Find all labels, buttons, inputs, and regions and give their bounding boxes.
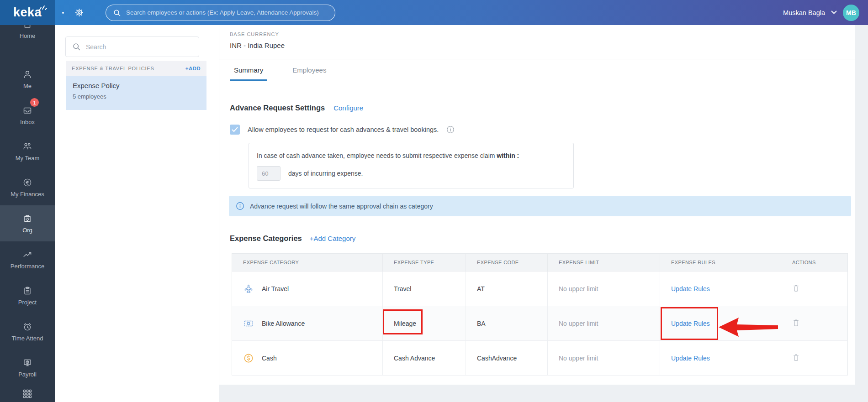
delete-category-button[interactable] bbox=[792, 353, 800, 361]
policy-search-input[interactable] bbox=[86, 43, 192, 51]
logo-spark-icon bbox=[38, 4, 48, 10]
sidebar-item-me[interactable]: Me bbox=[0, 61, 55, 97]
chevron-down-icon bbox=[831, 10, 837, 15]
base-currency-value: INR - India Rupee bbox=[230, 42, 285, 49]
section-title: Expense Categories bbox=[230, 234, 302, 243]
update-rules-link[interactable]: Update Rules bbox=[671, 355, 710, 362]
expense-limit: No upper limit bbox=[548, 341, 660, 376]
user-menu[interactable]: Muskan Bagla MB bbox=[783, 5, 868, 21]
delete-category-button[interactable] bbox=[792, 284, 800, 292]
table-header-row: EXPENSE CATEGORY EXPENSE TYPE EXPENSE CO… bbox=[232, 254, 848, 271]
sidebar-item-payroll[interactable]: Payroll bbox=[0, 350, 55, 386]
advance-checkbox-label: Allow employees to request for cash adva… bbox=[248, 126, 439, 133]
home-icon bbox=[22, 25, 32, 29]
global-search bbox=[106, 5, 335, 21]
col-actions: ACTIONS bbox=[781, 254, 848, 271]
settings-gear-icon[interactable] bbox=[74, 8, 84, 17]
sidebar-nav: Home Me 1 Inbox My Team My Finances bbox=[0, 25, 55, 402]
topbar: keka Muskan Bagla MB bbox=[0, 0, 868, 25]
delete-category-button[interactable] bbox=[792, 318, 800, 327]
table-row-bike-allowance: Bike Allowance Mileage BA No upper limit… bbox=[232, 306, 848, 341]
info-banner-text: Advance request will follow the same app… bbox=[250, 203, 433, 210]
policy-list-header: EXPENSE & TRAVEL POLICIES +ADD bbox=[66, 61, 206, 76]
days-suffix: days of incurring expense. bbox=[288, 170, 363, 177]
sidebar-label: Project bbox=[18, 299, 37, 306]
rupee-circle-icon bbox=[22, 178, 32, 188]
performance-icon bbox=[22, 250, 32, 260]
policy-panel: EXPENSE & TRAVEL POLICIES +ADD Expense P… bbox=[55, 25, 219, 402]
org-building-icon bbox=[22, 214, 32, 224]
expense-categories-table: EXPENSE CATEGORY EXPENSE TYPE EXPENSE CO… bbox=[232, 253, 848, 376]
sidebar-item-home[interactable]: Home bbox=[0, 25, 55, 61]
notification-dot bbox=[62, 12, 64, 14]
sidebar-item-time-attend[interactable]: Time Attend bbox=[0, 313, 55, 350]
expense-code: BA bbox=[466, 306, 548, 341]
days-input[interactable] bbox=[257, 166, 281, 181]
avatar[interactable]: MB bbox=[843, 5, 859, 21]
add-policy-button[interactable]: +ADD bbox=[185, 66, 201, 71]
check-icon bbox=[232, 127, 238, 132]
claim-settings-box: In case of cash advance taken, employee … bbox=[249, 143, 574, 188]
expense-type: Mileage bbox=[383, 306, 466, 341]
policy-subtitle: 5 employees bbox=[73, 93, 200, 100]
inbox-badge: 1 bbox=[30, 98, 39, 107]
claim-text-normal: In case of cash advance taken, employee … bbox=[257, 152, 495, 159]
sidebar-label: Time Attend bbox=[12, 335, 43, 342]
policy-title: Expense Policy bbox=[73, 82, 200, 89]
expense-type: Cash Advance bbox=[383, 341, 466, 376]
policy-list-title: EXPENSE & TRAVEL POLICIES bbox=[72, 66, 154, 71]
avatar-initials: MB bbox=[846, 9, 856, 16]
main-content: BASE CURRENCY INR - India Rupee Summary … bbox=[219, 25, 855, 385]
trash-icon bbox=[792, 284, 800, 292]
sidebar-label: Performance bbox=[11, 263, 44, 270]
divider bbox=[219, 81, 855, 81]
payroll-monitor-icon bbox=[22, 358, 32, 368]
configure-link[interactable]: Configure bbox=[333, 104, 363, 112]
advance-request-settings-header: Advance Request Settings Configure bbox=[230, 104, 363, 112]
project-clipboard-icon bbox=[22, 286, 32, 296]
sidebar-label: My Finances bbox=[11, 191, 44, 198]
info-icon[interactable] bbox=[446, 125, 455, 134]
base-currency-label: BASE CURRENCY bbox=[230, 31, 279, 37]
add-category-link[interactable]: +Add Category bbox=[310, 235, 355, 242]
advance-checkbox[interactable] bbox=[230, 125, 240, 135]
banknote-icon bbox=[243, 318, 254, 329]
expense-categories-header: Expense Categories +Add Category bbox=[230, 234, 355, 243]
advance-checkbox-row: Allow employees to request for cash adva… bbox=[230, 125, 455, 135]
policy-list-item-expense-policy[interactable]: Expense Policy 5 employees bbox=[66, 76, 206, 110]
col-expense-type: EXPENSE TYPE bbox=[383, 254, 466, 271]
sidebar-item-performance[interactable]: Performance bbox=[0, 241, 55, 277]
expense-code: AT bbox=[466, 271, 548, 306]
inbox-icon bbox=[22, 105, 32, 115]
update-rules-link[interactable]: Update Rules bbox=[671, 320, 710, 327]
category-name: Bike Allowance bbox=[262, 320, 305, 327]
section-title: Advance Request Settings bbox=[230, 104, 325, 112]
sidebar-item-my-finances[interactable]: My Finances bbox=[0, 169, 55, 205]
sidebar-item-project[interactable]: Project bbox=[0, 277, 55, 313]
keka-logo[interactable]: keka bbox=[0, 0, 55, 25]
trash-icon bbox=[792, 353, 800, 361]
sidebar-item-inbox[interactable]: 1 Inbox bbox=[0, 97, 55, 133]
update-rules-link[interactable]: Update Rules bbox=[671, 285, 710, 292]
user-icon bbox=[22, 69, 32, 79]
global-search-input[interactable] bbox=[126, 9, 328, 16]
dollar-circle-icon bbox=[243, 353, 254, 364]
tab-summary[interactable]: Summary bbox=[230, 59, 267, 81]
table-row-air-travel: Air Travel Travel AT No upper limit Upda… bbox=[232, 271, 848, 306]
plane-icon bbox=[243, 283, 254, 294]
info-icon bbox=[236, 202, 244, 210]
tab-employees[interactable]: Employees bbox=[288, 59, 330, 81]
apps-grid-icon[interactable] bbox=[0, 388, 55, 399]
category-name: Air Travel bbox=[262, 285, 289, 292]
sidebar-label: Inbox bbox=[20, 119, 35, 125]
col-expense-category: EXPENSE CATEGORY bbox=[232, 254, 383, 271]
info-banner: Advance request will follow the same app… bbox=[229, 196, 851, 216]
claim-text: In case of cash advance taken, employee … bbox=[257, 152, 566, 159]
search-icon bbox=[72, 42, 81, 51]
sidebar-label: Me bbox=[23, 83, 32, 89]
sidebar-item-my-team[interactable]: My Team bbox=[0, 133, 55, 169]
sidebar-label: Payroll bbox=[18, 371, 37, 378]
trash-icon bbox=[792, 318, 800, 327]
category-name: Cash bbox=[262, 355, 277, 362]
sidebar-item-org[interactable]: Org bbox=[0, 205, 55, 241]
